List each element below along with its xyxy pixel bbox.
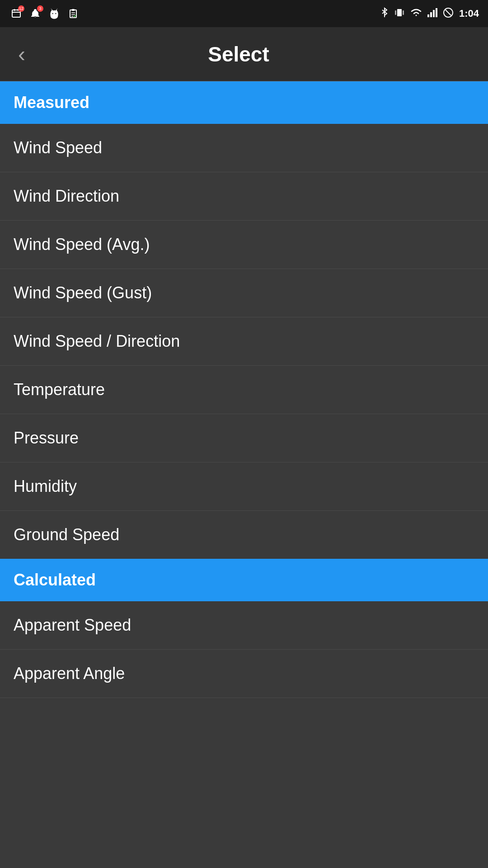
list-item-apparent-speed[interactable]: Apparent Speed [0, 601, 488, 650]
svg-point-5 [55, 13, 56, 14]
list-item-temperature[interactable]: Temperature [0, 366, 488, 414]
wifi-icon [410, 8, 422, 19]
list-item-wind-speed[interactable]: Wind Speed [0, 124, 488, 172]
list-item-pressure[interactable]: Pressure [0, 414, 488, 462]
bluetooth-icon [380, 7, 389, 20]
cat-icon [47, 6, 61, 21]
svg-rect-15 [427, 14, 429, 17]
calendar-icon: 12 [9, 6, 23, 21]
calendar-badge: 12 [18, 5, 24, 12]
svg-rect-16 [430, 12, 432, 17]
status-icons-left: 12 3 [9, 6, 80, 21]
svg-rect-12 [397, 9, 402, 16]
top-bar: ‹ Select [0, 27, 488, 81]
svg-rect-7 [72, 9, 75, 11]
status-bar: 12 3 [0, 0, 488, 27]
svg-rect-13 [395, 10, 396, 15]
list-item-apparent-angle[interactable]: Apparent Angle [0, 650, 488, 698]
list-item-wind-speed-direction[interactable]: Wind Speed / Direction [0, 317, 488, 366]
svg-rect-17 [433, 10, 435, 17]
notification-badge: 3 [37, 5, 43, 12]
vibrate-icon [394, 7, 405, 20]
page-title: Select [30, 42, 447, 66]
back-button[interactable]: ‹ [14, 39, 30, 70]
clipboard-icon [66, 6, 80, 21]
list-item-humidity[interactable]: Humidity [0, 462, 488, 511]
list-item-wind-speed-avg[interactable]: Wind Speed (Avg.) [0, 221, 488, 269]
list-item-wind-speed-gust[interactable]: Wind Speed (Gust) [0, 269, 488, 317]
status-icons-right: 1:04 [380, 7, 479, 20]
list-item-ground-speed[interactable]: Ground Speed [0, 511, 488, 559]
svg-point-4 [52, 13, 53, 14]
section-header-measured: Measured [0, 81, 488, 124]
blocked-icon [443, 7, 454, 20]
signal-icon [427, 8, 437, 19]
svg-line-20 [446, 10, 451, 15]
clock: 1:04 [459, 8, 479, 19]
notification-icon: 3 [28, 6, 42, 21]
svg-rect-14 [403, 10, 404, 15]
list-item-wind-direction[interactable]: Wind Direction [0, 172, 488, 221]
svg-rect-18 [436, 8, 437, 17]
section-header-calculated: Calculated [0, 559, 488, 601]
